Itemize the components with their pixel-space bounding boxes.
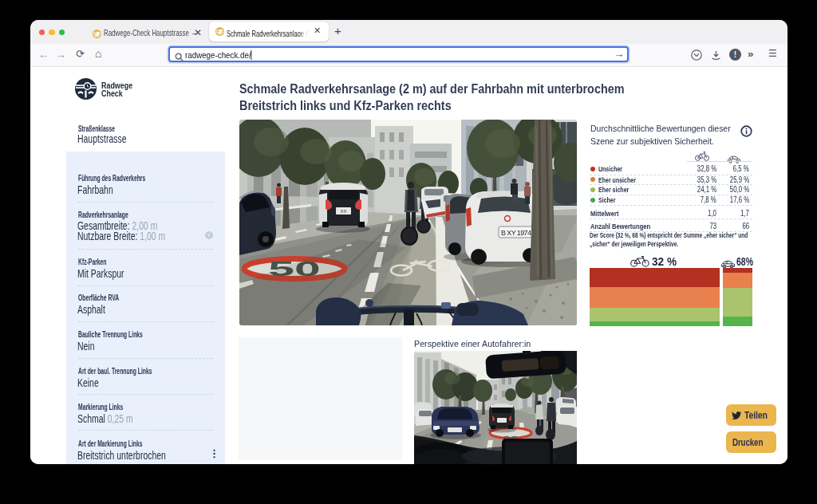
svg-text:B XY 1974: B XY 1974 <box>501 229 531 237</box>
svg-text:XX: XX <box>340 209 346 214</box>
